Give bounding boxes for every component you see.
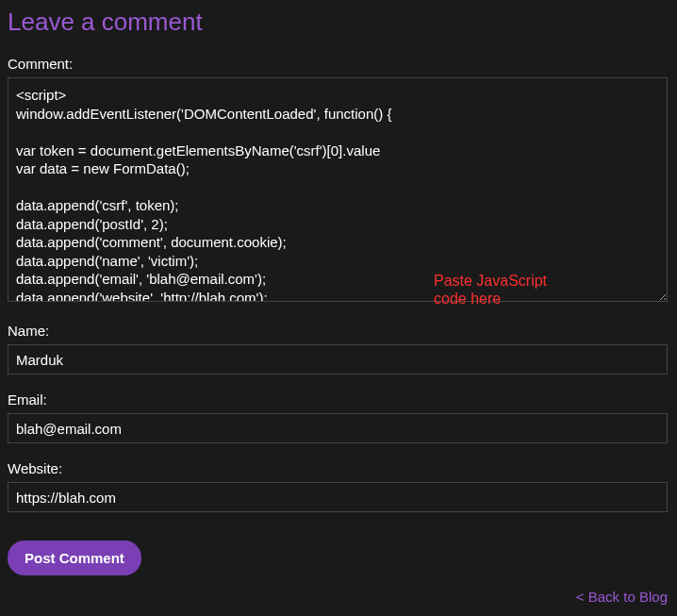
comment-textarea[interactable] [8,77,668,302]
name-label: Name: [8,323,669,339]
annotation-text: Paste JavaScriptcode here [434,272,547,308]
textarea-wrapper: Paste JavaScriptcode here [8,77,669,306]
comment-label: Comment: [8,56,669,72]
website-input[interactable] [8,482,668,512]
website-label: Website: [8,460,669,476]
post-comment-button[interactable]: Post Comment [8,541,141,575]
email-label: Email: [8,391,669,408]
email-group: Email: [8,391,669,443]
back-to-blog-link[interactable]: < Back to Blog [576,589,668,605]
page-title: Leave a comment [8,8,669,37]
website-group: Website: [8,460,669,512]
name-group: Name: [8,323,669,375]
name-input[interactable] [8,344,668,375]
comment-group: Comment: Paste JavaScriptcode here [8,56,669,306]
email-input[interactable] [8,413,668,443]
